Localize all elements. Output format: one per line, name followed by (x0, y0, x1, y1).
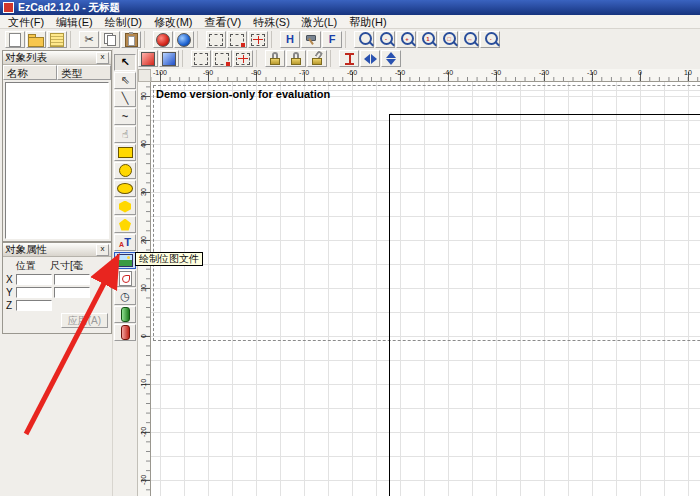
bitmap-tool[interactable] (114, 252, 136, 269)
position-y-input[interactable] (16, 287, 52, 298)
save-file-button[interactable] (47, 31, 67, 48)
zoom-object-button[interactable]: □ (438, 31, 458, 48)
menu-item-modify[interactable]: 修改(M) (148, 15, 199, 29)
icon-part (386, 52, 396, 58)
select-area-button[interactable] (248, 31, 268, 48)
node-edit-tool[interactable]: ⇖ (114, 72, 136, 89)
zoom-all-button[interactable]: ↔ (459, 31, 479, 48)
bitmap-icon (117, 254, 133, 267)
cut-icon: ✂ (84, 34, 93, 45)
paste-button[interactable] (121, 31, 141, 48)
curve-tool[interactable]: ~ (114, 108, 136, 125)
font-parameter-icon: F (329, 34, 336, 45)
size-y-input[interactable] (54, 287, 90, 298)
h-ruler-label: -60 (347, 69, 357, 76)
object-properties-close-button[interactable]: x (96, 244, 109, 256)
icon-part (107, 35, 116, 46)
menu-item-file[interactable]: 文件(F) (2, 15, 50, 29)
select-node-button[interactable] (227, 31, 247, 48)
apply-row: 应用(A) (6, 313, 108, 328)
h-ruler-label: -50 (395, 69, 405, 76)
open-file-button[interactable] (26, 31, 46, 48)
unlock-button[interactable] (307, 50, 327, 67)
output-port-tool[interactable] (114, 324, 136, 341)
menu-item-edit[interactable]: 编辑(E) (50, 15, 99, 29)
v-ruler-label: -20 (140, 426, 147, 439)
cut-button[interactable]: ✂ (79, 31, 99, 48)
demo-watermark: Demo version-only for evaluation (156, 88, 330, 100)
lock-x-button[interactable] (286, 50, 306, 67)
point-tool[interactable]: ☝ (114, 126, 136, 143)
put-to-origin-button[interactable] (212, 50, 232, 67)
menu-item-special[interactable]: 特殊(S) (247, 15, 296, 29)
toolbar-separator (345, 31, 351, 48)
ruler-corner (138, 69, 151, 82)
hatch-icon: H (286, 34, 294, 45)
new-file-icon (9, 33, 21, 47)
drawing-canvas[interactable]: Demo version-only for evaluation (151, 82, 700, 496)
menu-item-help[interactable]: 帮助(H) (343, 15, 392, 29)
column-header-type[interactable]: 类型 (57, 65, 111, 80)
circle-tool[interactable] (114, 162, 136, 179)
object-list-close-button[interactable]: x (96, 52, 109, 64)
apply-button[interactable]: 应用(A) (61, 313, 108, 328)
menu-item-draw[interactable]: 绘制(D) (99, 15, 148, 29)
param-library-icon (141, 52, 155, 66)
align-button[interactable] (233, 50, 253, 67)
column-header-name[interactable]: 名称 (3, 65, 57, 80)
line-tool[interactable]: ╲ (114, 90, 136, 107)
star-tool[interactable] (114, 216, 136, 233)
curve-icon: ~ (122, 111, 128, 122)
zoom-1-1-button[interactable]: 1 (417, 31, 437, 48)
menu-item-view[interactable]: 查看(V) (199, 15, 248, 29)
save-file-icon (50, 33, 64, 47)
ellipse-tool[interactable] (114, 180, 136, 197)
zoom-in-button[interactable]: + (396, 31, 416, 48)
properties-column-labels: 位置 尺寸[毫 (6, 259, 108, 273)
center-to-origin-button[interactable] (339, 50, 359, 67)
object-properties-panel: 对象属性 x 位置 尺寸[毫 X Y Z 应用(A) (2, 242, 112, 334)
app-icon (3, 2, 14, 13)
text-icon: AT (119, 237, 131, 248)
icon-part: · (487, 34, 496, 43)
mark-parameter-button[interactable] (301, 31, 321, 48)
y-row: Y (6, 287, 108, 298)
param-library-button[interactable] (138, 50, 158, 67)
red-light-preview-button[interactable] (153, 31, 173, 48)
array-copy-button[interactable] (191, 50, 211, 67)
zoom-window-button[interactable] (354, 31, 374, 48)
icon-part: 1 (424, 34, 433, 43)
mirror-horizontal-button[interactable] (360, 50, 380, 67)
v-ruler-label: -30 (140, 474, 147, 487)
icon-part: ↔ (466, 34, 475, 43)
delay-tool[interactable]: ◷ (114, 288, 136, 305)
polygon-tool[interactable] (114, 198, 136, 215)
position-x-input[interactable] (16, 274, 52, 285)
text-tool[interactable]: AT (114, 234, 136, 251)
new-file-button[interactable] (5, 31, 25, 48)
edit-toolbar (138, 49, 401, 68)
select-tool[interactable]: ↖ (114, 54, 136, 71)
param-apply-button[interactable] (159, 50, 179, 67)
object-list-area[interactable] (5, 82, 109, 239)
copy-button[interactable] (100, 31, 120, 48)
position-z-input[interactable] (16, 300, 52, 311)
hatch-button[interactable]: H (280, 31, 300, 48)
select-marquee-button[interactable] (206, 31, 226, 48)
size-x-input[interactable] (54, 274, 90, 285)
rectangle-tool[interactable] (114, 144, 136, 161)
v-ruler-label: 20 (140, 234, 147, 247)
zoom-out-icon: - (380, 32, 393, 45)
vector-file-tool[interactable] (114, 270, 136, 287)
title-bar[interactable]: EzCad2.12.0 - 无标题 (0, 0, 700, 15)
input-port-tool[interactable] (114, 306, 136, 323)
mark-button[interactable] (174, 31, 194, 48)
zoom-pan-button[interactable]: · (480, 31, 500, 48)
font-parameter-button[interactable]: F (322, 31, 342, 48)
menu-item-laser[interactable]: 激光(L) (296, 15, 343, 29)
mirror-vertical-button[interactable] (381, 50, 401, 67)
toolbar-separator (144, 31, 150, 48)
object-properties-body: 位置 尺寸[毫 X Y Z 应用(A) (3, 257, 111, 330)
lock-button[interactable] (265, 50, 285, 67)
zoom-out-button[interactable]: - (375, 31, 395, 48)
